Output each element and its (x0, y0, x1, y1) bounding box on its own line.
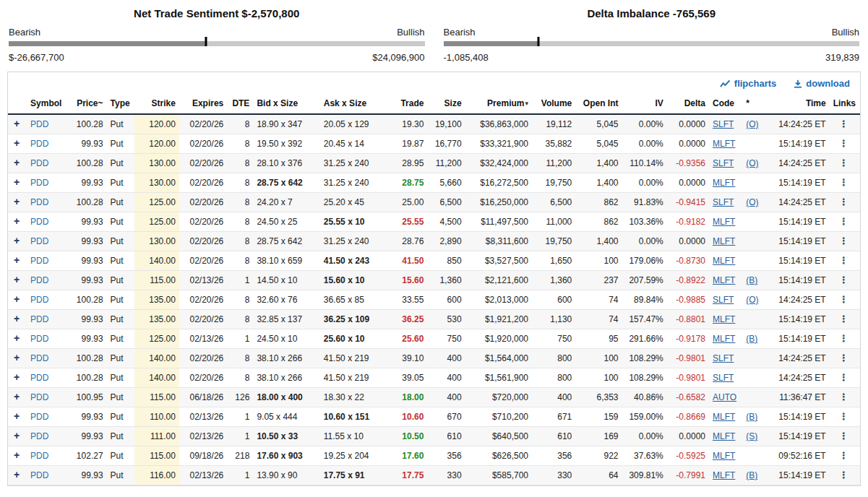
row-menu-icon[interactable]: ⋮ (839, 235, 848, 246)
trade-code-link[interactable]: SLFT (713, 295, 734, 305)
expand-row-icon[interactable]: + (14, 196, 20, 207)
trade-code-link[interactable]: SLFT (713, 119, 734, 129)
trade-code-link[interactable]: MLFT (713, 236, 735, 246)
column-header-iv[interactable]: IV (622, 93, 667, 114)
row-menu-icon[interactable]: ⋮ (839, 333, 848, 344)
flag-link[interactable]: (S) (746, 431, 757, 441)
symbol-link[interactable]: PDD (30, 451, 48, 461)
download-button[interactable]: download (794, 78, 850, 89)
symbol-link[interactable]: PDD (30, 119, 48, 129)
row-menu-icon[interactable]: ⋮ (839, 450, 848, 461)
symbol-link[interactable]: PDD (30, 197, 48, 207)
row-menu-icon[interactable]: ⋮ (839, 470, 848, 480)
trade-code-link[interactable]: MLFT (713, 451, 735, 461)
expand-row-icon[interactable]: + (14, 137, 20, 149)
symbol-link[interactable]: PDD (30, 236, 48, 246)
column-header-delta[interactable]: Delta (667, 93, 709, 114)
row-menu-icon[interactable]: ⋮ (839, 196, 848, 207)
column-header-price[interactable]: Price~ (66, 93, 106, 114)
column-header-symbol[interactable]: Symbol (27, 93, 66, 114)
row-menu-icon[interactable]: ⋮ (839, 216, 848, 227)
expand-row-icon[interactable]: + (14, 157, 20, 168)
expand-row-icon[interactable]: + (14, 118, 20, 129)
symbol-link[interactable]: PDD (30, 412, 48, 422)
column-header-type[interactable]: Type (107, 93, 134, 114)
trade-code-link[interactable]: MLFT (713, 256, 735, 266)
row-menu-icon[interactable]: ⋮ (839, 157, 848, 168)
symbol-link[interactable]: PDD (30, 334, 48, 344)
row-menu-icon[interactable]: ⋮ (839, 255, 848, 266)
column-header-dte[interactable]: DTE (227, 93, 253, 114)
symbol-link[interactable]: PDD (30, 470, 48, 480)
expand-row-icon[interactable]: + (14, 254, 20, 266)
column-header-strike[interactable]: Strike (134, 93, 179, 114)
row-menu-icon[interactable]: ⋮ (839, 353, 848, 363)
trade-code-link[interactable]: MLFT (713, 217, 735, 227)
row-menu-icon[interactable]: ⋮ (839, 177, 848, 188)
row-menu-icon[interactable]: ⋮ (839, 314, 848, 324)
symbol-link[interactable]: PDD (30, 431, 48, 441)
flag-link[interactable]: (B) (746, 334, 757, 344)
column-header-ask[interactable]: Ask x Size (320, 93, 390, 114)
symbol-link[interactable]: PDD (30, 373, 48, 383)
row-menu-icon[interactable]: ⋮ (839, 118, 848, 129)
flipcharts-button[interactable]: flipcharts (720, 78, 777, 89)
column-header-time[interactable]: Time (767, 93, 829, 114)
expand-row-icon[interactable]: + (14, 391, 20, 402)
column-header-trade[interactable]: Trade (390, 93, 427, 114)
column-header-open_int[interactable]: Open Int (575, 93, 622, 114)
trade-code-link[interactable]: SLFT (713, 158, 734, 168)
expand-row-icon[interactable]: + (14, 176, 20, 188)
trade-code-link[interactable]: MLFT (713, 412, 735, 422)
trade-code-link[interactable]: MLFT (713, 334, 735, 344)
row-menu-icon[interactable]: ⋮ (839, 411, 848, 422)
expand-row-icon[interactable]: + (14, 332, 20, 344)
row-menu-icon[interactable]: ⋮ (839, 372, 848, 383)
row-menu-icon[interactable]: ⋮ (839, 275, 848, 285)
column-header-premium[interactable]: Premium▾ (465, 93, 532, 114)
expand-row-icon[interactable]: + (14, 449, 20, 461)
row-menu-icon[interactable]: ⋮ (839, 138, 848, 149)
flag-link[interactable]: (B) (746, 470, 757, 480)
row-menu-icon[interactable]: ⋮ (839, 294, 848, 305)
symbol-link[interactable]: PDD (30, 139, 48, 149)
symbol-link[interactable]: PDD (30, 256, 48, 266)
trade-code-link[interactable]: MLFT (713, 470, 735, 480)
trade-code-link[interactable]: MLFT (713, 314, 735, 324)
expand-row-icon[interactable]: + (14, 410, 20, 422)
flag-link[interactable]: (O) (746, 158, 758, 168)
symbol-link[interactable]: PDD (30, 392, 48, 402)
trade-code-link[interactable]: MLFT (713, 275, 735, 285)
row-menu-icon[interactable]: ⋮ (839, 431, 848, 441)
expand-row-icon[interactable]: + (14, 313, 20, 324)
trade-code-link[interactable]: MLFT (713, 431, 735, 441)
column-header-star[interactable]: * (742, 93, 767, 114)
trade-code-link[interactable]: SLFT (713, 197, 734, 207)
symbol-link[interactable]: PDD (30, 314, 48, 324)
flag-link[interactable]: (O) (746, 119, 758, 129)
symbol-link[interactable]: PDD (30, 217, 48, 227)
column-header-volume[interactable]: Volume (532, 93, 575, 114)
flag-link[interactable]: (O) (746, 197, 758, 207)
expand-row-icon[interactable]: + (14, 469, 20, 480)
trade-code-link[interactable]: MLFT (713, 178, 735, 188)
flag-link[interactable]: (B) (746, 275, 757, 285)
column-header-code[interactable]: Code (709, 93, 742, 114)
symbol-link[interactable]: PDD (30, 353, 48, 363)
expand-row-icon[interactable]: + (14, 430, 20, 441)
column-header-expires[interactable]: Expires (179, 93, 227, 114)
column-header-bid[interactable]: Bid x Size (253, 93, 319, 114)
expand-row-icon[interactable]: + (14, 371, 20, 383)
expand-row-icon[interactable]: + (14, 293, 20, 305)
column-header-links[interactable]: Links (830, 93, 860, 114)
trade-code-link[interactable]: SLFT (713, 373, 734, 383)
flag-link[interactable]: (B) (746, 412, 757, 422)
expand-row-icon[interactable]: + (14, 274, 20, 285)
symbol-link[interactable]: PDD (30, 295, 48, 305)
trade-code-link[interactable]: SLFT (713, 353, 734, 363)
expand-row-icon[interactable]: + (14, 215, 20, 227)
row-menu-icon[interactable]: ⋮ (839, 392, 848, 402)
expand-row-icon[interactable]: + (14, 352, 20, 363)
column-header-size[interactable]: Size (427, 93, 465, 114)
trade-code-link[interactable]: AUTO (713, 392, 736, 402)
